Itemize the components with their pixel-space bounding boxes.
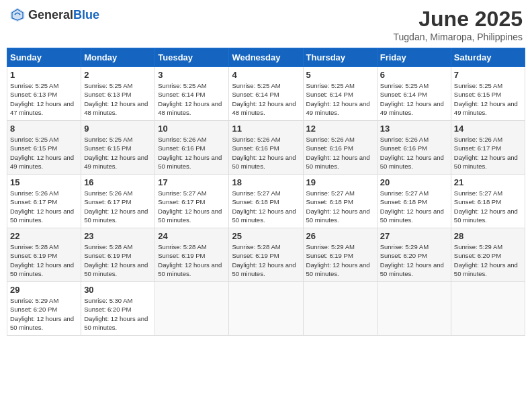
- day-number: 19: [306, 177, 374, 187]
- calendar-cell: [303, 282, 377, 336]
- calendar-cell: 26Sunrise: 5:29 AMSunset: 6:19 PMDayligh…: [303, 228, 377, 282]
- calendar-cell: 28Sunrise: 5:29 AMSunset: 6:20 PMDayligh…: [451, 228, 525, 282]
- day-info: Sunrise: 5:26 AMSunset: 6:16 PMDaylight:…: [232, 135, 300, 171]
- calendar-title: June 2025: [394, 7, 523, 32]
- calendar-cell: [377, 282, 451, 336]
- day-number: 2: [84, 70, 152, 80]
- calendar-cell: 16Sunrise: 5:26 AMSunset: 6:17 PMDayligh…: [81, 175, 155, 228]
- calendar-cell: 18Sunrise: 5:27 AMSunset: 6:18 PMDayligh…: [229, 175, 303, 228]
- day-info: Sunrise: 5:28 AMSunset: 6:19 PMDaylight:…: [10, 242, 78, 278]
- calendar-cell: 6Sunrise: 5:25 AMSunset: 6:14 PMDaylight…: [377, 67, 451, 121]
- day-info: Sunrise: 5:25 AMSunset: 6:14 PMDaylight:…: [380, 81, 448, 117]
- day-info: Sunrise: 5:26 AMSunset: 6:16 PMDaylight:…: [380, 135, 448, 171]
- calendar-cell: 15Sunrise: 5:26 AMSunset: 6:17 PMDayligh…: [7, 175, 81, 228]
- logo-blue: Blue: [73, 8, 99, 21]
- day-info: Sunrise: 5:25 AMSunset: 6:14 PMDaylight:…: [306, 81, 374, 117]
- day-info: Sunrise: 5:26 AMSunset: 6:16 PMDaylight:…: [158, 135, 226, 171]
- day-number: 15: [10, 177, 78, 187]
- day-info: Sunrise: 5:27 AMSunset: 6:18 PMDaylight:…: [380, 189, 448, 224]
- calendar-header: SundayMondayTuesdayWednesdayThursdayFrid…: [7, 48, 525, 67]
- calendar-cell: 25Sunrise: 5:28 AMSunset: 6:19 PMDayligh…: [229, 228, 303, 282]
- day-number: 6: [380, 70, 448, 80]
- day-number: 3: [158, 70, 226, 80]
- day-info: Sunrise: 5:27 AMSunset: 6:18 PMDaylight:…: [232, 189, 300, 224]
- day-number: 4: [232, 70, 300, 80]
- day-number: 16: [84, 177, 152, 187]
- day-number: 9: [84, 124, 152, 134]
- header-cell-tuesday: Tuesday: [155, 48, 229, 67]
- day-info: Sunrise: 5:27 AMSunset: 6:18 PMDaylight:…: [454, 189, 522, 224]
- day-number: 24: [158, 231, 226, 241]
- day-info: Sunrise: 5:29 AMSunset: 6:20 PMDaylight:…: [380, 242, 448, 278]
- calendar-cell: 2Sunrise: 5:25 AMSunset: 6:13 PMDaylight…: [81, 67, 155, 121]
- day-info: Sunrise: 5:25 AMSunset: 6:15 PMDaylight:…: [84, 135, 152, 171]
- day-number: 28: [454, 231, 522, 241]
- week-row-5: 29Sunrise: 5:29 AMSunset: 6:20 PMDayligh…: [7, 282, 525, 336]
- calendar-table: SundayMondayTuesdayWednesdayThursdayFrid…: [7, 48, 525, 336]
- calendar-cell: 4Sunrise: 5:25 AMSunset: 6:14 PMDaylight…: [229, 67, 303, 121]
- calendar-cell: 10Sunrise: 5:26 AMSunset: 6:16 PMDayligh…: [155, 121, 229, 175]
- calendar-cell: 21Sunrise: 5:27 AMSunset: 6:18 PMDayligh…: [451, 175, 525, 228]
- svg-marker-0: [11, 8, 25, 22]
- calendar-cell: 13Sunrise: 5:26 AMSunset: 6:16 PMDayligh…: [377, 121, 451, 175]
- week-row-3: 15Sunrise: 5:26 AMSunset: 6:17 PMDayligh…: [7, 175, 525, 228]
- header-cell-monday: Monday: [81, 48, 155, 67]
- calendar-cell: 30Sunrise: 5:30 AMSunset: 6:20 PMDayligh…: [81, 282, 155, 336]
- day-info: Sunrise: 5:30 AMSunset: 6:20 PMDaylight:…: [84, 296, 152, 332]
- calendar-body: 1Sunrise: 5:25 AMSunset: 6:13 PMDaylight…: [7, 67, 525, 336]
- day-number: 29: [10, 285, 78, 295]
- day-number: 25: [232, 231, 300, 241]
- header-cell-friday: Friday: [377, 48, 451, 67]
- calendar-cell: 8Sunrise: 5:25 AMSunset: 6:15 PMDaylight…: [7, 121, 81, 175]
- calendar-cell: 19Sunrise: 5:27 AMSunset: 6:18 PMDayligh…: [303, 175, 377, 228]
- day-number: 10: [158, 124, 226, 134]
- calendar-cell: 17Sunrise: 5:27 AMSunset: 6:17 PMDayligh…: [155, 175, 229, 228]
- day-number: 11: [232, 124, 300, 134]
- calendar-cell: [155, 282, 229, 336]
- day-info: Sunrise: 5:26 AMSunset: 6:16 PMDaylight:…: [306, 135, 374, 171]
- header-cell-thursday: Thursday: [303, 48, 377, 67]
- day-number: 23: [84, 231, 152, 241]
- calendar-cell: 9Sunrise: 5:25 AMSunset: 6:15 PMDaylight…: [81, 121, 155, 175]
- day-number: 1: [10, 70, 78, 80]
- day-info: Sunrise: 5:25 AMSunset: 6:15 PMDaylight:…: [10, 135, 78, 171]
- title-block: June 2025 Tugdan, Mimaropa, Philippines: [394, 7, 523, 42]
- calendar-cell: 12Sunrise: 5:26 AMSunset: 6:16 PMDayligh…: [303, 121, 377, 175]
- day-info: Sunrise: 5:28 AMSunset: 6:19 PMDaylight:…: [158, 242, 226, 278]
- calendar-cell: 5Sunrise: 5:25 AMSunset: 6:14 PMDaylight…: [303, 67, 377, 121]
- day-number: 30: [84, 285, 152, 295]
- day-number: 18: [232, 177, 300, 187]
- day-info: Sunrise: 5:26 AMSunset: 6:17 PMDaylight:…: [84, 189, 152, 224]
- day-info: Sunrise: 5:25 AMSunset: 6:14 PMDaylight:…: [158, 81, 226, 117]
- day-info: Sunrise: 5:25 AMSunset: 6:13 PMDaylight:…: [84, 81, 152, 117]
- day-info: Sunrise: 5:26 AMSunset: 6:17 PMDaylight:…: [10, 189, 78, 224]
- calendar-cell: 3Sunrise: 5:25 AMSunset: 6:14 PMDaylight…: [155, 67, 229, 121]
- calendar-cell: 22Sunrise: 5:28 AMSunset: 6:19 PMDayligh…: [7, 228, 81, 282]
- calendar-cell: 20Sunrise: 5:27 AMSunset: 6:18 PMDayligh…: [377, 175, 451, 228]
- day-info: Sunrise: 5:26 AMSunset: 6:17 PMDaylight:…: [454, 135, 522, 171]
- day-info: Sunrise: 5:29 AMSunset: 6:19 PMDaylight:…: [306, 242, 374, 278]
- header-cell-sunday: Sunday: [7, 48, 81, 67]
- calendar-cell: [451, 282, 525, 336]
- logo-general: General: [28, 8, 73, 21]
- day-number: 22: [10, 231, 78, 241]
- calendar-cell: 29Sunrise: 5:29 AMSunset: 6:20 PMDayligh…: [7, 282, 81, 336]
- day-info: Sunrise: 5:27 AMSunset: 6:18 PMDaylight:…: [306, 189, 374, 224]
- day-number: 13: [380, 124, 448, 134]
- calendar-cell: 23Sunrise: 5:28 AMSunset: 6:19 PMDayligh…: [81, 228, 155, 282]
- day-info: Sunrise: 5:29 AMSunset: 6:20 PMDaylight:…: [10, 296, 78, 332]
- day-info: Sunrise: 5:25 AMSunset: 6:15 PMDaylight:…: [454, 81, 522, 117]
- calendar-cell: 11Sunrise: 5:26 AMSunset: 6:16 PMDayligh…: [229, 121, 303, 175]
- page-header: GeneralBlue June 2025 Tugdan, Mimaropa, …: [7, 7, 525, 42]
- calendar-cell: 27Sunrise: 5:29 AMSunset: 6:20 PMDayligh…: [377, 228, 451, 282]
- day-number: 14: [454, 124, 522, 134]
- day-info: Sunrise: 5:28 AMSunset: 6:19 PMDaylight:…: [84, 242, 152, 278]
- day-info: Sunrise: 5:25 AMSunset: 6:13 PMDaylight:…: [10, 81, 78, 117]
- calendar-cell: [229, 282, 303, 336]
- day-info: Sunrise: 5:27 AMSunset: 6:17 PMDaylight:…: [158, 189, 226, 224]
- day-number: 7: [454, 70, 522, 80]
- day-number: 21: [454, 177, 522, 187]
- day-number: 12: [306, 124, 374, 134]
- day-info: Sunrise: 5:28 AMSunset: 6:19 PMDaylight:…: [232, 242, 300, 278]
- calendar-subtitle: Tugdan, Mimaropa, Philippines: [394, 32, 523, 42]
